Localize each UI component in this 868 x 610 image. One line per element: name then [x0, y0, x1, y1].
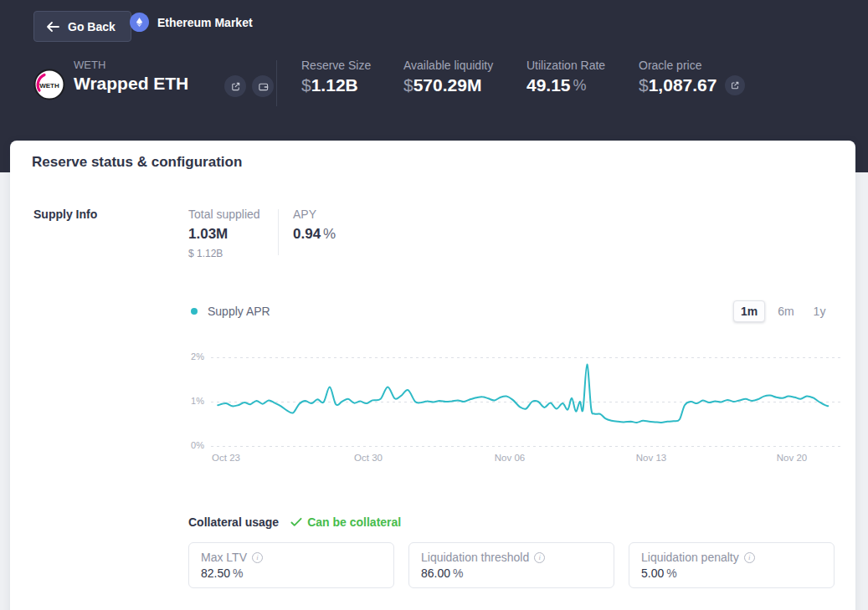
x-axis-tick: Nov 20 [765, 453, 819, 463]
currency-symbol: $ [301, 75, 311, 95]
check-icon [290, 517, 302, 527]
external-link-icon [230, 81, 241, 92]
max-ltv-label: Max LTV [201, 551, 247, 564]
info-icon[interactable]: i [744, 552, 755, 563]
stat-available-liquidity: Available liquidity $570.29M [403, 59, 493, 95]
stat-value: 49.15 [526, 75, 571, 95]
currency-symbol: $ [403, 75, 413, 95]
external-link-icon [730, 80, 740, 90]
total-supplied-usd: $ 1.12B [188, 248, 223, 259]
apy-value: 0.94% [293, 226, 336, 243]
stat-label: Oracle price [639, 59, 745, 72]
y-axis-tick: 0% [177, 440, 204, 450]
svg-text:WETH: WETH [39, 82, 59, 90]
ethereum-icon [130, 13, 149, 32]
header-divider [276, 60, 277, 106]
max-ltv-value: 82.50% [201, 566, 382, 580]
info-icon[interactable]: i [534, 552, 545, 563]
asset-symbol: WETH [74, 59, 105, 71]
external-link-button[interactable] [224, 75, 246, 97]
supply-apr-dot-icon [191, 308, 198, 315]
x-axis-tick: Oct 30 [342, 453, 395, 463]
liquidation-penalty-box: Liquidation penaltyi 5.00% [629, 542, 835, 588]
reserve-status-card: Reserve status & configuration Supply In… [10, 141, 855, 610]
collateral-badge: Can be collateral [290, 515, 401, 529]
stat-reserve-size: Reserve Size $1.12B [301, 59, 371, 95]
stat-label: Reserve Size [301, 59, 371, 72]
legend-label: Supply APR [208, 305, 270, 318]
weth-logo-icon: WETH [33, 69, 65, 104]
max-ltv-box: Max LTVi 82.50% [188, 542, 394, 588]
total-supplied-value: 1.03M [188, 226, 228, 243]
stat-value: 1.12B [311, 75, 358, 95]
stat-oracle-price: Oracle price $1,087.67 [639, 59, 745, 95]
liquidation-threshold-box: Liquidation thresholdi 86.00% [408, 542, 614, 588]
go-back-button[interactable]: Go Back [33, 11, 131, 42]
market-selector[interactable]: Ethereum Market [130, 13, 253, 32]
stat-label: Available liquidity [403, 59, 493, 72]
x-axis-tick: Oct 23 [199, 453, 253, 463]
stat-value: 1,087.67 [649, 75, 717, 95]
wallet-icon [258, 81, 269, 92]
market-name: Ethereum Market [157, 16, 253, 29]
card-title: Reserve status & configuration [32, 154, 242, 171]
apy-label: APY [293, 208, 316, 221]
liquidation-penalty-label: Liquidation penalty [641, 551, 739, 564]
stat-value: 570.29M [413, 75, 482, 95]
collateral-badge-label: Can be collateral [307, 515, 401, 529]
info-icon[interactable]: i [252, 552, 263, 563]
x-axis-tick: Nov 13 [624, 453, 678, 463]
percent-symbol: % [573, 77, 587, 95]
collateral-usage-title: Collateral usage [188, 515, 279, 529]
supply-info-divider [278, 209, 279, 255]
liquidation-threshold-label: Liquidation threshold [421, 551, 529, 564]
y-axis-tick: 2% [177, 351, 204, 361]
x-axis-tick: Nov 06 [483, 453, 537, 463]
total-supplied-label: Total supplied [188, 208, 260, 221]
oracle-link-button[interactable] [725, 75, 745, 95]
go-back-label: Go Back [68, 20, 116, 33]
range-button-6m[interactable]: 6m [770, 300, 802, 322]
currency-symbol: $ [639, 75, 649, 95]
add-to-wallet-button[interactable] [252, 75, 274, 97]
percent-symbol: % [323, 226, 336, 242]
liquidation-penalty-value: 5.00% [641, 566, 822, 580]
range-button-1y[interactable]: 1y [804, 300, 835, 322]
liquidation-threshold-value: 86.00% [421, 566, 602, 580]
chart-legend: Supply APR [191, 305, 270, 318]
y-axis-tick: 1% [177, 396, 204, 406]
supply-info-label: Supply Info [33, 208, 97, 221]
stat-label: Utilization Rate [526, 59, 605, 72]
stat-utilization-rate: Utilization Rate 49.15% [526, 59, 605, 95]
supply-apr-chart[interactable] [211, 351, 844, 450]
range-button-1m[interactable]: 1m [733, 300, 765, 322]
arrow-left-icon [46, 21, 59, 33]
asset-name: Wrapped ETH [74, 74, 188, 94]
